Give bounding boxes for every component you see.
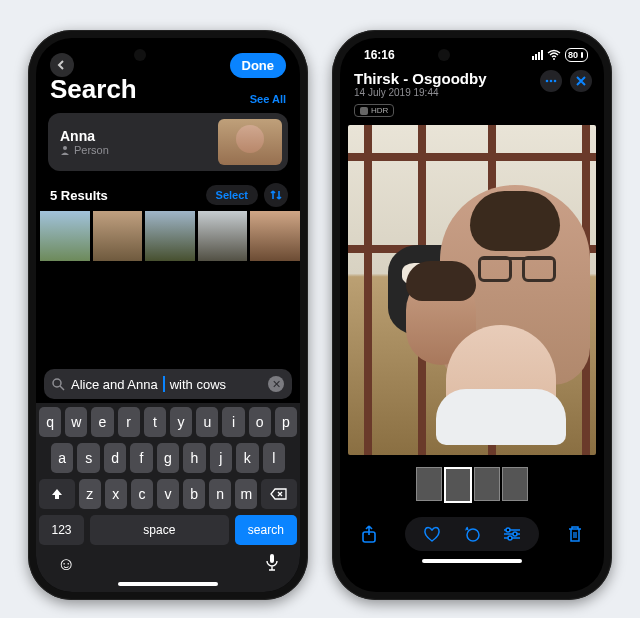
person-name: Anna: [60, 128, 109, 144]
result-thumb[interactable]: [250, 211, 300, 261]
dynamic-island: [126, 44, 210, 66]
svg-point-11: [506, 528, 510, 532]
svg-rect-3: [270, 554, 274, 563]
search-query-prefix: Alice and Anna: [71, 377, 158, 392]
space-key[interactable]: space: [90, 515, 229, 545]
text-cursor: [163, 376, 165, 392]
dictation-key[interactable]: [265, 553, 279, 576]
key-m[interactable]: m: [235, 479, 257, 509]
key-e[interactable]: e: [91, 407, 113, 437]
more-options-button[interactable]: [540, 70, 562, 92]
see-all-link[interactable]: See All: [250, 93, 286, 105]
shift-key[interactable]: [39, 479, 75, 509]
key-k[interactable]: k: [236, 443, 258, 473]
key-n[interactable]: n: [209, 479, 231, 509]
svg-point-6: [550, 80, 553, 83]
select-button[interactable]: Select: [206, 185, 258, 205]
adjust-button[interactable]: [501, 523, 523, 545]
search-query-rest: with cows: [170, 377, 226, 392]
key-s[interactable]: s: [77, 443, 99, 473]
emoji-key[interactable]: ☺: [57, 554, 75, 575]
svg-point-1: [53, 379, 61, 387]
search-token-person[interactable]: Anna Person: [48, 113, 288, 171]
clear-search-button[interactable]: ✕: [268, 376, 284, 392]
hdr-badge: HDR: [354, 104, 394, 117]
person-type: Person: [60, 144, 109, 156]
key-a[interactable]: a: [51, 443, 73, 473]
svg-rect-8: [360, 107, 368, 115]
key-j[interactable]: j: [210, 443, 232, 473]
result-thumb[interactable]: [40, 211, 90, 261]
key-q[interactable]: q: [39, 407, 61, 437]
search-key[interactable]: search: [235, 515, 297, 545]
key-b[interactable]: b: [183, 479, 205, 509]
key-c[interactable]: c: [131, 479, 153, 509]
key-i[interactable]: i: [222, 407, 244, 437]
backspace-key[interactable]: [261, 479, 297, 509]
photo-toolbar: [340, 511, 604, 551]
key-p[interactable]: p: [275, 407, 297, 437]
key-w[interactable]: w: [65, 407, 87, 437]
key-v[interactable]: v: [157, 479, 179, 509]
signal-icon: [532, 50, 543, 60]
photo-datetime: 14 July 2019 19:44: [354, 87, 487, 98]
result-thumb[interactable]: [93, 211, 143, 261]
key-h[interactable]: h: [183, 443, 205, 473]
key-x[interactable]: x: [105, 479, 127, 509]
sort-button[interactable]: [264, 183, 288, 207]
scrubber-thumb[interactable]: [502, 467, 528, 501]
status-time: 16:16: [364, 48, 395, 62]
svg-point-12: [513, 532, 517, 536]
key-g[interactable]: g: [157, 443, 179, 473]
person-icon: [60, 145, 70, 155]
scrubber-thumb[interactable]: [474, 467, 500, 501]
person-avatar: [218, 119, 282, 165]
svg-line-2: [60, 386, 64, 390]
svg-point-4: [553, 58, 555, 60]
photo-location-title: Thirsk - Osgoodby: [354, 70, 487, 87]
enhance-button[interactable]: [461, 523, 483, 545]
close-button[interactable]: [570, 70, 592, 92]
results-count: 5 Results: [50, 188, 108, 203]
key-t[interactable]: t: [144, 407, 166, 437]
photo-scrubber[interactable]: [340, 467, 604, 503]
result-thumb[interactable]: [198, 211, 248, 261]
wifi-icon: [547, 50, 561, 60]
search-input[interactable]: Alice and Anna with cows ✕: [44, 369, 292, 399]
result-thumb[interactable]: [145, 211, 195, 261]
scrubber-thumb-selected[interactable]: [444, 467, 472, 503]
results-thumbnails: [36, 211, 300, 261]
key-r[interactable]: r: [118, 407, 140, 437]
svg-point-0: [63, 146, 67, 150]
key-u[interactable]: u: [196, 407, 218, 437]
home-indicator[interactable]: [422, 559, 522, 563]
svg-point-13: [508, 536, 512, 540]
photo-viewer[interactable]: [348, 125, 596, 455]
phone-photo-detail: 16:16 80 Thirsk - Osgoodby 14 July 2019 …: [332, 30, 612, 600]
dynamic-island: [430, 44, 514, 66]
battery-indicator: 80: [565, 48, 588, 62]
search-icon: [52, 378, 65, 391]
delete-button[interactable]: [564, 523, 586, 545]
home-indicator[interactable]: [118, 582, 218, 586]
scrubber-thumb[interactable]: [416, 467, 442, 501]
phone-search: Done Search See All Anna Person: [28, 30, 308, 600]
key-y[interactable]: y: [170, 407, 192, 437]
share-button[interactable]: [358, 523, 380, 545]
svg-point-10: [467, 529, 479, 541]
key-z[interactable]: z: [79, 479, 101, 509]
favorite-button[interactable]: [421, 523, 443, 545]
svg-point-7: [554, 80, 557, 83]
numbers-key[interactable]: 123: [39, 515, 84, 545]
page-title: Search: [50, 74, 137, 105]
back-button[interactable]: [50, 53, 74, 77]
svg-point-5: [546, 80, 549, 83]
keyboard: qwertyuiop asdfghjkl zxcvbnm 123 space s…: [36, 403, 300, 592]
key-f[interactable]: f: [130, 443, 152, 473]
key-d[interactable]: d: [104, 443, 126, 473]
done-button[interactable]: Done: [230, 53, 287, 78]
key-o[interactable]: o: [249, 407, 271, 437]
key-l[interactable]: l: [263, 443, 285, 473]
